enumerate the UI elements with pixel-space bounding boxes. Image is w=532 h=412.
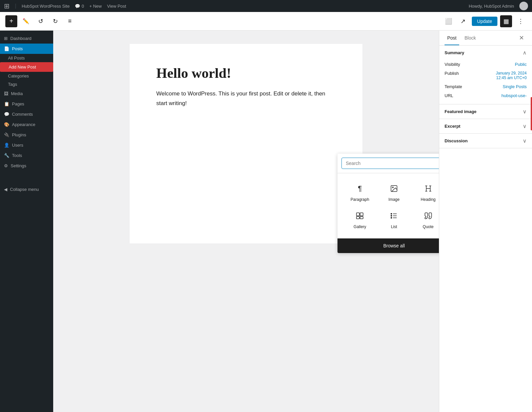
sidebar-item-all-posts[interactable]: All Posts <box>0 54 53 62</box>
template-label: Template <box>445 84 462 89</box>
sidebar-item-pages[interactable]: 📋 Pages <box>0 99 53 109</box>
discussion-chevron-icon: ∨ <box>523 138 527 144</box>
block-inserter-popup: ¶ Paragraph Image <box>337 154 439 253</box>
excerpt-chevron-icon: ∨ <box>523 123 527 129</box>
external-link-button[interactable]: ↗ <box>457 15 469 27</box>
redo-button[interactable]: ↻ <box>49 15 61 27</box>
visibility-value[interactable]: Public <box>515 62 527 67</box>
panel-section-summary: Summary ∧ Visibility Public Publish Janu… <box>439 46 532 104</box>
block-item-quote[interactable]: Quote <box>411 206 439 233</box>
update-button[interactable]: Update <box>472 17 497 26</box>
block-item-image[interactable]: Image <box>377 179 411 206</box>
sidebar: ⊞ Dashboard 📄 Posts All Posts Add New Po… <box>0 31 53 412</box>
comment-bubble-icon: 💬 <box>75 4 80 9</box>
sidebar-item-users[interactable]: 👤 Users <box>0 140 53 150</box>
block-label-heading: Heading <box>421 197 436 202</box>
panel-section-featured-image: Featured image ∨ <box>439 104 532 119</box>
sidebar-item-posts[interactable]: 📄 Posts <box>0 44 53 54</box>
main-layout: ⊞ Dashboard 📄 Posts All Posts Add New Po… <box>0 31 532 412</box>
sidebar-item-comments[interactable]: 💬 Comments <box>0 109 53 119</box>
block-label-gallery: Gallery <box>353 224 366 229</box>
howdy-text: Howdy, HubSpot Admin <box>469 4 514 9</box>
site-name-link[interactable]: HubSpot WordPress Site <box>22 4 69 9</box>
dashboard-icon: ⊞ <box>4 36 8 41</box>
svg-rect-7 <box>360 216 363 219</box>
publish-value[interactable]: January 29, 2024 12:45 am UTC+0 <box>496 71 527 80</box>
summary-chevron-icon: ∧ <box>523 50 527 56</box>
collapse-icon: ◀ <box>4 187 7 192</box>
sidebar-item-dashboard[interactable]: ⊞ Dashboard <box>0 33 53 44</box>
summary-section-content: Visibility Public Publish January 29, 20… <box>439 60 532 104</box>
block-label-list: List <box>391 224 397 229</box>
heading-icon <box>422 183 434 195</box>
template-value[interactable]: Single Posts <box>503 84 527 89</box>
sidebar-item-collapse[interactable]: ◀ Collapse menu <box>0 184 53 195</box>
block-item-list[interactable]: List <box>377 206 411 233</box>
options-button[interactable]: ⋮ <box>515 15 527 27</box>
summary-section-header[interactable]: Summary ∧ <box>439 46 532 60</box>
tab-post[interactable]: Post <box>445 31 459 45</box>
right-panel: Post Block ✕ Summary ∧ Visibility Public… <box>439 31 532 412</box>
post-title[interactable]: Hello world! <box>156 65 336 81</box>
sidebar-item-settings[interactable]: ⚙ Settings <box>0 161 53 171</box>
url-value[interactable]: hubspot-use- <box>501 93 527 98</box>
block-label-image: Image <box>388 197 399 202</box>
sidebar-item-tools[interactable]: 🔧 Tools <box>0 150 53 161</box>
paragraph-icon: ¶ <box>354 183 366 195</box>
sidebar-item-tags[interactable]: Tags <box>0 80 53 88</box>
new-link[interactable]: + New <box>89 4 102 9</box>
block-label-quote: Quote <box>423 224 434 229</box>
settings-icon: ⚙ <box>4 163 8 168</box>
wp-logo-icon: ⊞ <box>4 2 10 10</box>
avatar <box>519 2 528 10</box>
tab-block[interactable]: Block <box>462 31 478 45</box>
undo-button[interactable]: ↺ <box>35 15 47 27</box>
publish-label: Publish <box>445 71 459 76</box>
sidebar-item-categories[interactable]: Categories <box>0 72 53 80</box>
search-icon-button[interactable] <box>439 160 439 167</box>
panel-body: Summary ∧ Visibility Public Publish Janu… <box>439 46 532 412</box>
featured-image-header[interactable]: Featured image ∨ <box>439 104 532 119</box>
search-wrap <box>341 158 439 169</box>
publish-row: Publish January 29, 2024 12:45 am UTC+0 <box>445 69 527 82</box>
block-item-paragraph[interactable]: ¶ Paragraph <box>343 179 377 206</box>
pages-icon: 📋 <box>4 101 9 106</box>
search-icon <box>439 160 439 166</box>
svg-rect-6 <box>356 216 359 219</box>
list-view-button[interactable]: ≡ <box>64 15 76 27</box>
browse-all-button[interactable]: Browse all <box>337 238 439 253</box>
tools-icon: 🔧 <box>4 153 9 158</box>
discussion-title: Discussion <box>445 138 467 143</box>
sidebar-item-media[interactable]: 🖼 Media <box>0 88 53 99</box>
block-search-input[interactable] <box>341 158 439 169</box>
svg-point-12 <box>391 215 392 216</box>
view-post-link[interactable]: View Post <box>107 4 126 9</box>
block-label-paragraph: Paragraph <box>350 197 369 202</box>
excerpt-title: Excerpt <box>445 124 461 129</box>
comments-link[interactable]: 💬 0 <box>75 4 84 9</box>
view-mode-button[interactable]: ⬜ <box>443 15 455 27</box>
red-accent-bar <box>531 97 532 130</box>
url-row: URL hubspot-use- <box>445 91 527 100</box>
block-grid: ¶ Paragraph Image <box>337 173 439 238</box>
panel-close-button[interactable]: ✕ <box>516 33 527 43</box>
panel-tabs: Post Block ✕ <box>439 31 532 46</box>
sidebar-item-appearance[interactable]: 🎨 Appearance <box>0 119 53 130</box>
editor-toolbar: + ✏️ ↺ ↻ ≡ ⬜ ↗ Update ▦ ⋮ <box>0 12 532 31</box>
add-block-toolbar-button[interactable]: + <box>5 15 17 27</box>
settings-toggle-button[interactable]: ▦ <box>500 15 512 27</box>
block-item-heading[interactable]: Heading <box>411 179 439 206</box>
list-icon <box>388 210 400 222</box>
sidebar-item-plugins[interactable]: 🔌 Plugins <box>0 130 53 140</box>
tools-button[interactable]: ✏️ <box>20 15 32 27</box>
post-content[interactable]: Welcome to WordPress. This is your first… <box>156 89 336 108</box>
admin-bar: ⊞ | HubSpot WordPress Site 💬 0 + New Vie… <box>0 0 532 12</box>
visibility-label: Visibility <box>445 62 460 67</box>
block-item-gallery[interactable]: Gallery <box>343 206 377 233</box>
excerpt-header[interactable]: Excerpt ∨ <box>439 119 532 133</box>
sidebar-item-add-new[interactable]: Add New Post <box>0 62 53 72</box>
plugins-icon: 🔌 <box>4 132 9 137</box>
discussion-header[interactable]: Discussion ∨ <box>439 134 532 148</box>
appearance-icon: 🎨 <box>4 122 9 127</box>
posts-icon: 📄 <box>4 46 9 51</box>
